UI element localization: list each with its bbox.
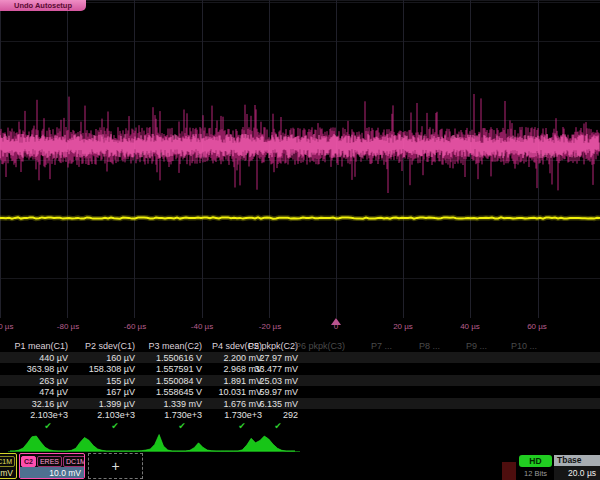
time-axis-label: 60 µs <box>527 322 547 331</box>
time-axis-label: 20 µs <box>393 322 413 331</box>
measure-cell-mean: 1.557591 V <box>138 364 202 374</box>
measure-cell-sdev: 6.135 mV <box>234 399 298 409</box>
c1-descriptor[interactable]: C1 DC1M 10.0 mV <box>0 453 17 479</box>
measure-cell-mean: 158.308 µV <box>71 364 135 374</box>
param-header-10[interactable]: P10 ... <box>473 341 537 351</box>
timebase-descriptor[interactable]: Tbase 20.0 µs <box>554 455 600 480</box>
waveform-display <box>0 0 600 318</box>
c2-label: C2 <box>21 456 36 467</box>
histicon-shape <box>181 443 238 451</box>
measure-cell-min: 263 µV <box>4 376 68 386</box>
measure-cell-num: 292 <box>234 410 298 420</box>
waveform-grid: Undo Autosetup <box>0 0 600 318</box>
measure-cell-min: 1.550084 V <box>138 376 202 386</box>
time-axis-label: 0 <box>334 322 338 331</box>
time-axis-label: -20 µs <box>259 322 281 331</box>
measure-cell-min: 25.03 mV <box>234 376 298 386</box>
plus-icon: + <box>111 458 119 474</box>
measure-cell-sdev: 32.16 µV <box>4 399 68 409</box>
histicon-shape <box>124 435 181 452</box>
time-axis-label: -40 µs <box>191 322 213 331</box>
measurement-table: P1 mean(C1)P2 sdev(C1)P3 mean(C2)P4 sdev… <box>0 336 600 433</box>
measure-cell-mean: 33.477 mV <box>234 364 298 374</box>
measure-cell-value: 27.97 mV <box>234 353 298 363</box>
time-axis: -100 µs-80 µs-60 µs-40 µs-20 µs020 µs40 … <box>0 318 600 335</box>
measure-cell-mean: 363.98 µV <box>4 364 68 374</box>
descriptor-partial <box>502 462 516 480</box>
histicon-P1[interactable] <box>10 434 67 453</box>
add-trace-button[interactable]: + <box>88 453 143 479</box>
tbase-value: 20.0 µs <box>554 466 600 478</box>
measure-cell-value: 160 µV <box>71 353 135 363</box>
histicon-P5[interactable] <box>238 434 295 453</box>
measure-cell-num: 1.730e+3 <box>138 410 202 420</box>
status-check-icon: ✔ <box>103 421 127 431</box>
measure-cell-num: 2.103e+3 <box>71 410 135 420</box>
measure-cell-max: 474 µV <box>4 387 68 397</box>
c2-scale-value: 10.0 mV <box>20 467 84 479</box>
measure-cell-sdev: 1.399 µV <box>71 399 135 409</box>
param-header-2[interactable]: P2 sdev(C1) <box>71 341 135 351</box>
oscilloscope-screen: Undo Autosetup -100 µs-80 µs-60 µs-40 µs… <box>0 0 600 480</box>
status-check-icon: ✔ <box>230 421 254 431</box>
measure-cell-sdev: 1.339 mV <box>138 399 202 409</box>
c1-coupling-badge: DC1M <box>0 456 15 467</box>
time-axis-label: -100 µs <box>0 322 13 331</box>
measure-cell-value: 1.550616 V <box>138 353 202 363</box>
c1-scale-value: 10.0 mV <box>0 467 16 479</box>
status-check-icon: ✔ <box>170 421 194 431</box>
param-header-1[interactable]: P1 mean(C1) <box>4 341 68 351</box>
c2-eres-badge: ERES <box>37 456 62 467</box>
hd-bits-label: 12 Bits <box>519 469 552 478</box>
measure-cell-max: 167 µV <box>71 387 135 397</box>
c2-descriptor[interactable]: C2 ERES DC1M 10.0 mV <box>19 453 85 479</box>
time-axis-label: 40 µs <box>460 322 480 331</box>
c2-coupling-badge: DC1M <box>63 456 85 467</box>
undo-autosetup-button[interactable]: Undo Autosetup <box>0 0 86 11</box>
param-header-3[interactable]: P3 mean(C2) <box>138 341 202 351</box>
hd-mode-badge: HD <box>519 455 552 467</box>
histicon-shape <box>67 438 124 452</box>
time-axis-label: -80 µs <box>57 322 79 331</box>
measure-cell-max: 1.558645 V <box>138 387 202 397</box>
histicon-P4[interactable] <box>181 434 238 453</box>
histicon-P3[interactable] <box>124 434 181 453</box>
c1-trace <box>0 217 600 218</box>
tbase-label: Tbase <box>554 455 600 466</box>
time-axis-label: -60 µs <box>124 322 146 331</box>
status-check-icon: ✔ <box>266 421 290 431</box>
measure-cell-min: 155 µV <box>71 376 135 386</box>
histicon-shape <box>10 436 67 451</box>
measure-cell-num: 2.103e+3 <box>4 410 68 420</box>
status-check-icon: ✔ <box>36 421 60 431</box>
measure-cell-max: 59.97 mV <box>234 387 298 397</box>
histicon-shape <box>238 436 295 451</box>
measure-cell-value: 440 µV <box>4 353 68 363</box>
histicon-P2[interactable] <box>67 434 124 453</box>
histicon-row <box>0 432 600 453</box>
